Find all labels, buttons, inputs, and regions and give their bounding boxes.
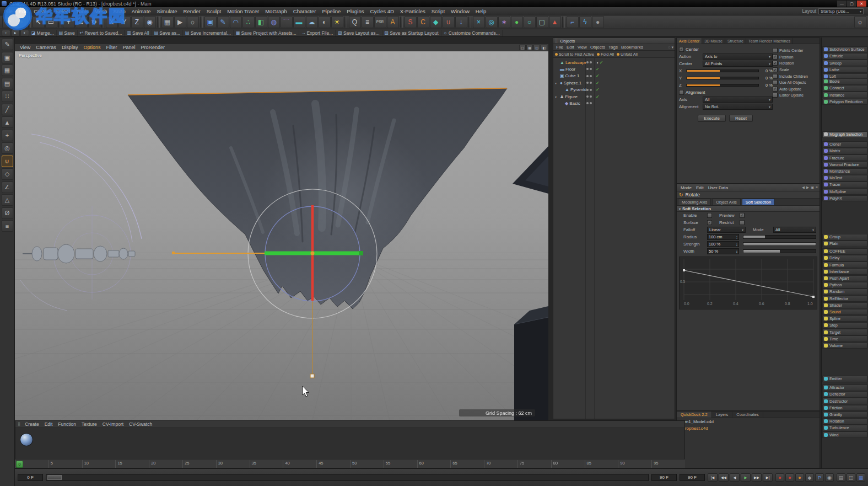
command-wind[interactable]: Wind	[822, 431, 867, 438]
axis-tab-structure[interactable]: Structure	[725, 38, 746, 44]
check-tag[interactable]: ✓	[596, 94, 600, 99]
enable-checkbox[interactable]	[707, 213, 712, 218]
restrict-checkbox[interactable]	[740, 220, 745, 225]
command-tracer[interactable]: Tracer	[822, 181, 867, 188]
prev-frame-button[interactable]: ◀	[730, 473, 740, 482]
object-row-figure[interactable]: ▾♟Figure✓	[553, 93, 675, 100]
width-stepper[interactable]	[736, 250, 737, 253]
file-command-export-file[interactable]: →Export File...	[299, 30, 336, 36]
object-row-landscape[interactable]: ▲Landscape◑✓	[553, 59, 675, 66]
timeline-frame-5[interactable]: 5	[48, 460, 82, 468]
command-fracture[interactable]: Fracture	[822, 154, 867, 161]
z-axis-lock-icon[interactable]: Z	[131, 16, 143, 28]
record-keyframe-button[interactable]: ●	[775, 473, 784, 482]
objects-search-icon[interactable]: ◌	[668, 45, 670, 50]
command-deflector[interactable]: Deflector	[822, 391, 867, 398]
file-command-save-all[interactable]: ▥Save All	[125, 30, 152, 36]
rigid-lock-icon[interactable]: ▲	[549, 16, 561, 28]
option-points-center[interactable]: Points Center	[773, 47, 818, 54]
timeline-frame-35[interactable]: 35	[250, 460, 283, 468]
timeline-frame-10[interactable]: 10	[82, 460, 116, 468]
unfold-all-button[interactable]: Unfold All	[617, 52, 638, 57]
command-formula[interactable]: Formula	[822, 261, 867, 268]
editor-visibility-dot[interactable]	[586, 89, 589, 91]
enable-snap-icon[interactable]: ∪	[2, 156, 13, 167]
checkbox-auto-update[interactable]	[773, 87, 778, 92]
command-step[interactable]: Step	[822, 322, 867, 329]
axis-z-slider[interactable]	[686, 84, 759, 87]
render-settings-icon[interactable]: ☼	[187, 16, 199, 28]
radius-stepper[interactable]	[736, 236, 737, 239]
axis-y-slider[interactable]	[686, 77, 759, 79]
checkbox-use-all-objects[interactable]	[773, 80, 778, 85]
visibility-dots[interactable]	[586, 61, 592, 63]
move-tool-icon[interactable]: +	[63, 16, 75, 28]
attr-back-icon[interactable]: ◀	[802, 185, 805, 190]
goto-end-button[interactable]: ▶|	[763, 473, 773, 482]
objects-filter-icon[interactable]: ▾	[671, 45, 673, 50]
editor-visibility-dot[interactable]	[586, 68, 589, 70]
command-target[interactable]: Target	[822, 329, 867, 335]
menu-cycles-4d[interactable]: Cycles 4D	[367, 7, 397, 15]
measure-icon[interactable]: △	[2, 194, 13, 206]
command-moinstance[interactable]: MoInstance	[822, 168, 867, 175]
material-menu-edit[interactable]: Edit	[42, 421, 56, 427]
node-material-icon[interactable]: ◆	[430, 16, 442, 28]
subdivision-surface-icon[interactable]: ◍	[268, 16, 280, 28]
command-sound[interactable]: Sound	[822, 309, 867, 316]
width-field[interactable]: 50 %	[707, 248, 739, 254]
command-turbulence[interactable]: Turbulence	[822, 425, 867, 431]
quickdock-tab-layers[interactable]: Layers	[712, 412, 733, 418]
surface-checkbox[interactable]	[707, 220, 712, 225]
viewport[interactable]: ViewCamerasDisplayOptionsFilterPanelProR…	[15, 44, 548, 420]
quad-view-icon[interactable]: ▦	[526, 45, 533, 50]
quickdock-tab-quickdock-2-2[interactable]: QuickDock 2.2	[677, 412, 712, 418]
material-menu-cv-swatch[interactable]: CV-Swatch	[126, 421, 155, 427]
timeline-frame-85[interactable]: 85	[585, 460, 618, 468]
axis-tab-team-render-machines[interactable]: Team Render Machines	[746, 38, 793, 44]
option-use-all-objects[interactable]: Use All Objects	[773, 79, 818, 86]
attr-lock-icon[interactable]: ▣	[811, 185, 814, 190]
falloff-dropdown[interactable]: Linear	[707, 227, 746, 233]
timeline-frame-50[interactable]: 50	[350, 460, 384, 468]
command-plain[interactable]: Plain	[822, 241, 867, 247]
viewport-menu-cameras[interactable]: Cameras	[33, 45, 59, 50]
option-rotation[interactable]: Rotation	[773, 60, 818, 67]
file-command-customize-commands[interactable]: ☼Customize Commands...	[441, 30, 503, 36]
render-visibility-dot[interactable]	[590, 89, 592, 91]
command-emitter[interactable]: Emitter	[822, 376, 867, 382]
object-row-sphere-1[interactable]: ▾●Sphere.1✓	[553, 79, 675, 86]
menu-motion-tracer[interactable]: Motion Tracer	[224, 7, 262, 15]
command-gravity[interactable]: Gravity	[822, 412, 867, 418]
dynamics-body-icon[interactable]: ●	[511, 16, 523, 28]
timeline-frame-75[interactable]: 75	[517, 460, 551, 468]
width-slider[interactable]	[743, 249, 816, 253]
command-polygon-reduction[interactable]: Polygon Reduction	[822, 99, 867, 105]
viewport-menu-filter[interactable]: Filter	[103, 45, 120, 50]
file-command-save-layout-as[interactable]: ▧Save Layout as...	[336, 30, 382, 36]
expand-icon[interactable]: ▾	[555, 81, 559, 85]
tool-history-icon[interactable]: ≡	[2, 220, 13, 232]
maximize-button[interactable]: ▢	[847, 1, 856, 7]
command-group[interactable]: Group	[822, 234, 867, 241]
render-visibility-dot[interactable]	[590, 95, 592, 98]
file-command-save[interactable]: ▤Save	[57, 30, 78, 36]
section-collapse-icon[interactable]: ▾	[679, 207, 681, 211]
scale-tool-icon[interactable]: ↔	[76, 16, 88, 28]
material-thumbnail[interactable]	[20, 433, 33, 446]
object-row-basic[interactable]: ◆Basic	[553, 100, 675, 106]
command-matrix[interactable]: Matrix	[822, 148, 867, 154]
material-menu-function[interactable]: Function	[55, 421, 79, 427]
goto-start-button[interactable]: |◀	[708, 473, 718, 482]
command-motext[interactable]: MoText	[822, 175, 867, 181]
expand-icon[interactable]: ▾	[555, 95, 559, 99]
command-extrude[interactable]: Extrude	[822, 53, 867, 60]
axis-tab-axis-center[interactable]: Axis Center	[677, 38, 702, 44]
boole-generator-icon[interactable]: ◧	[255, 16, 267, 28]
command-reeffector[interactable]: ReEffector	[822, 295, 867, 302]
viewport-menu-view[interactable]: View	[17, 45, 33, 50]
undo-icon[interactable]: ↶	[2, 16, 14, 28]
render-visibility-dot[interactable]	[590, 75, 592, 77]
y-axis-lock-icon[interactable]: Y	[118, 16, 131, 28]
checkbox-editor-update[interactable]	[773, 93, 778, 98]
